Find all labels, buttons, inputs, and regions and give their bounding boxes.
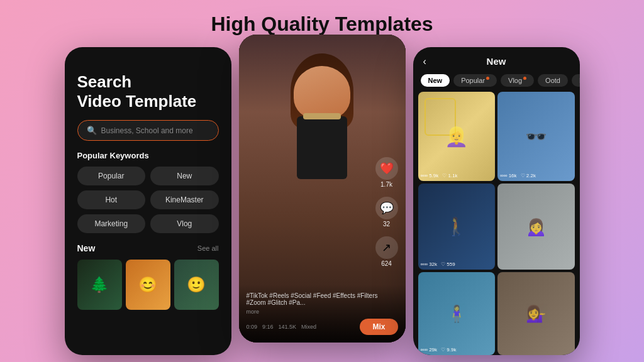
- views-3: ∞∞ 32k: [421, 261, 438, 267]
- keyword-grid: Popular New Hot KineMaster Marketing Vlo…: [77, 167, 219, 233]
- center-meta: 0:09 9:16 141.5K Mixed Mix: [247, 319, 398, 335]
- grid-item-1[interactable]: 👱‍♀️ ∞∞ 5.9k ♡ 1.1k: [418, 92, 496, 181]
- left-phone: SearchVideo Template 🔍 Business, School …: [65, 47, 231, 355]
- right-header-title: New: [487, 56, 506, 67]
- right-phone: ‹ New New Popular Vlog Ootd Lab 👱‍♀️: [413, 47, 580, 355]
- back-button[interactable]: ‹: [423, 56, 426, 67]
- grid-meta-3: ∞∞ 32k ♡ 559: [421, 261, 455, 267]
- center-photo: ❤️ 1.7k 💬 32 ↗ 624 #TikTok #Reels #Socia…: [239, 35, 406, 343]
- tab-lab[interactable]: Lab: [572, 74, 580, 87]
- likes-2: ♡ 2.2k: [521, 173, 536, 178]
- likes-3: ♡ 559: [441, 261, 455, 267]
- views-2: ∞∞ 16k: [500, 173, 517, 178]
- new-section-header: New See all: [77, 243, 219, 253]
- new-section-label: New: [77, 243, 96, 253]
- thumb-1[interactable]: 🌲: [77, 260, 122, 310]
- share-icon: ↗: [375, 236, 398, 259]
- phones-container: SearchVideo Template 🔍 Business, School …: [0, 47, 644, 355]
- tab-vlog[interactable]: Vlog: [501, 74, 534, 87]
- thumb-3[interactable]: 🙂: [174, 260, 219, 310]
- grid-meta-2: ∞∞ 16k ♡ 2.2k: [500, 173, 536, 178]
- template-grid: 👱‍♀️ ∞∞ 5.9k ♡ 1.1k 🕶️ ∞∞ 16k ♡ 2.2k: [413, 92, 580, 355]
- keyword-popular[interactable]: Popular: [77, 167, 146, 185]
- tab-popular[interactable]: Popular: [453, 74, 497, 87]
- share-count: 624: [381, 260, 392, 267]
- grid-item-6[interactable]: 💁‍♀️: [497, 272, 575, 355]
- tab-new[interactable]: New: [421, 74, 450, 87]
- keyword-vlog[interactable]: Vlog: [150, 214, 219, 233]
- see-all-link[interactable]: See all: [197, 244, 219, 252]
- right-header: ‹ New: [413, 47, 580, 72]
- page-title: High Quality Templates: [211, 13, 433, 36]
- center-icons: ❤️ 1.7k 💬 32 ↗ 624: [375, 157, 398, 267]
- share-icon-wrap[interactable]: ↗ 624: [375, 236, 398, 267]
- thumbnail-row: 🌲 😊 🙂: [77, 260, 219, 310]
- popular-keywords-label: Popular Keywords: [77, 151, 219, 160]
- grid-meta-1: ∞∞ 5.9k ♡ 1.1k: [421, 173, 458, 178]
- hashtags: #TikTok #Reels #Social #Feed #Effects #F…: [247, 292, 398, 306]
- views-1: ∞∞ 5.9k: [421, 173, 439, 178]
- comment-icon: 💬: [375, 197, 398, 219]
- more-link[interactable]: more: [247, 309, 398, 315]
- resolution: 9:16: [262, 324, 274, 330]
- center-bottom: #TikTok #Reels #Social #Feed #Effects #F…: [239, 285, 406, 343]
- likes-5: ♡ 9.9k: [441, 347, 456, 353]
- tab-ootd[interactable]: Ootd: [538, 74, 568, 87]
- grid-item-2[interactable]: 🕶️ ∞∞ 16k ♡ 2.2k: [497, 92, 575, 181]
- mix-button[interactable]: Mix: [360, 319, 397, 335]
- grid-item-4[interactable]: 🙍‍♀️: [497, 184, 575, 270]
- grid-item-5[interactable]: 🧍‍♀️ ∞∞ 29k ♡ 9.9k: [418, 272, 496, 355]
- search-placeholder: Business, School and more: [101, 126, 193, 135]
- keyword-marketing[interactable]: Marketing: [77, 214, 146, 233]
- type: Mixed: [301, 324, 316, 330]
- search-icon: 🔍: [87, 126, 97, 135]
- meta-left: 0:09 9:16 141.5K Mixed: [247, 324, 317, 330]
- duration: 0:09: [247, 324, 258, 330]
- filter-tabs: New Popular Vlog Ootd Lab: [413, 72, 580, 92]
- keyword-hot[interactable]: Hot: [77, 190, 146, 209]
- comment-icon-wrap[interactable]: 💬 32: [375, 197, 398, 228]
- center-phone: ❤️ 1.7k 💬 32 ↗ 624 #TikTok #Reels #Socia…: [239, 35, 406, 343]
- keyword-new[interactable]: New: [150, 167, 219, 185]
- likes-1: ♡ 1.1k: [442, 173, 457, 178]
- search-title: SearchVideo Template: [77, 72, 219, 111]
- grid-meta-5: ∞∞ 29k ♡ 9.9k: [421, 347, 457, 353]
- keyword-kinemaster[interactable]: KineMaster: [150, 190, 219, 209]
- search-box[interactable]: 🔍 Business, School and more: [77, 120, 219, 141]
- heart-count: 1.7k: [380, 181, 392, 188]
- heart-icon-wrap[interactable]: ❤️ 1.7k: [375, 157, 398, 188]
- comment-count: 32: [383, 221, 390, 228]
- views-5: ∞∞ 29k: [421, 347, 438, 353]
- heart-icon: ❤️: [375, 157, 398, 180]
- grid-item-3[interactable]: 🚶 ∞∞ 32k ♡ 559: [418, 184, 496, 270]
- views: 141.5K: [279, 324, 297, 330]
- thumb-2[interactable]: 😊: [126, 260, 170, 310]
